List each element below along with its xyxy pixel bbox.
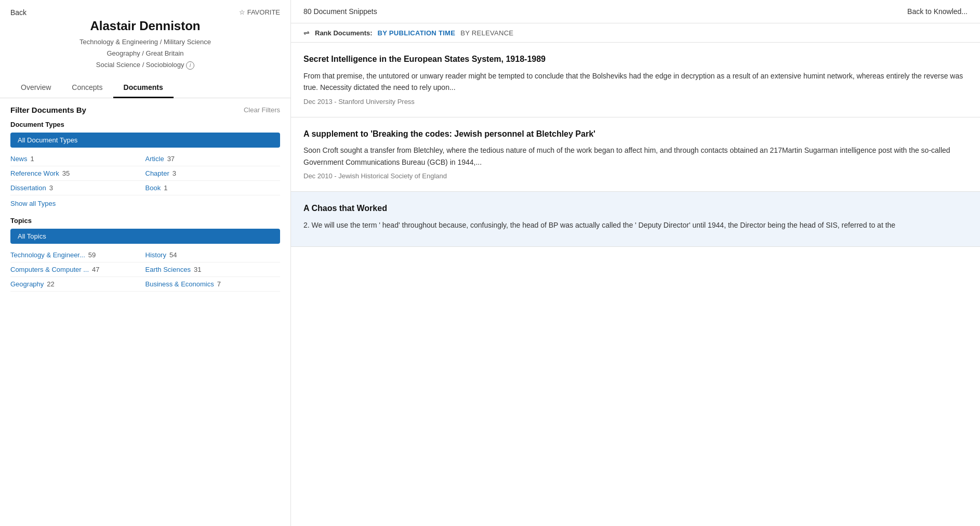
document-types-grid: News 1 Article 37 Reference Work 35 Chap…: [10, 152, 280, 195]
topics-label: Topics: [10, 217, 280, 225]
show-all-types-link[interactable]: Show all Types: [10, 200, 56, 207]
doc-snippet-1: From that premise, the untutored or unwa…: [303, 70, 968, 94]
type-news-link[interactable]: News: [10, 155, 28, 163]
type-chapter: Chapter 3: [145, 166, 281, 181]
type-dissertation: Dissertation 3: [10, 181, 145, 195]
type-book-count: 1: [164, 184, 167, 192]
clear-filters-button[interactable]: Clear Filters: [244, 106, 280, 114]
rank-by-relevance[interactable]: BY RELEVANCE: [460, 29, 513, 37]
type-article-link[interactable]: Article: [145, 155, 164, 163]
topic-history-link[interactable]: History: [145, 251, 166, 259]
doc-meta-1: Dec 2013 - Stanford University Press: [303, 98, 968, 106]
all-document-types-button[interactable]: All Document Types: [10, 133, 280, 148]
type-news: News 1: [10, 152, 145, 166]
doc-title-2[interactable]: A supplement to 'Breaking the codes: Jew…: [303, 129, 968, 140]
entity-name: Alastair Denniston: [10, 19, 280, 33]
topic-tech-count: 59: [88, 251, 96, 259]
type-reference-count: 35: [62, 169, 70, 177]
type-news-count: 1: [31, 155, 34, 163]
tabs-nav: Overview Concepts Documents: [0, 78, 290, 98]
topic-business: Business & Economics 7: [145, 277, 281, 292]
topic-earth-sciences: Earth Sciences 31: [145, 262, 281, 277]
favorite-button[interactable]: ☆ FAVORITE: [239, 8, 280, 16]
tab-documents[interactable]: Documents: [113, 78, 174, 98]
topic-earth-sciences-link[interactable]: Earth Sciences: [145, 266, 191, 273]
document-types-label: Document Types: [10, 121, 280, 128]
filter-icon: ⇌: [303, 29, 310, 37]
type-dissertation-count: 3: [49, 184, 53, 192]
type-reference-work: Reference Work 35: [10, 166, 145, 181]
topic-history-count: 54: [169, 251, 177, 259]
topic-geography-count: 22: [47, 280, 54, 288]
all-topics-button[interactable]: All Topics: [10, 229, 280, 244]
filter-section: Filter Documents By Clear Filters Docume…: [0, 98, 290, 526]
type-dissertation-link[interactable]: Dissertation: [10, 184, 46, 192]
type-article-count: 37: [167, 155, 175, 163]
type-reference-link[interactable]: Reference Work: [10, 169, 59, 177]
rank-label: Rank Documents:: [315, 29, 373, 37]
doc-item-2: A supplement to 'Breaking the codes: Jew…: [291, 117, 980, 192]
type-article: Article 37: [145, 152, 281, 166]
topic-history: History 54: [145, 248, 281, 262]
topic-computers-count: 47: [92, 266, 99, 273]
topics-grid: Technology & Engineer... 59 History 54 C…: [10, 248, 280, 292]
filter-title: Filter Documents By: [10, 106, 86, 114]
topic-computers-link[interactable]: Computers & Computer ...: [10, 266, 89, 273]
doc-title-3[interactable]: A Chaos that Worked: [303, 203, 968, 214]
topic-geography-link[interactable]: Geography: [10, 280, 44, 288]
doc-item-3: A Chaos that Worked 2. We will use the t…: [291, 192, 980, 247]
rank-bar: ⇌ Rank Documents: BY PUBLICATION TIME BY…: [291, 23, 980, 43]
rank-by-pub-time[interactable]: BY PUBLICATION TIME: [378, 29, 456, 37]
doc-snippet-2: Soon Croft sought a transfer from Bletch…: [303, 144, 968, 168]
topic-geography: Geography 22: [10, 277, 145, 292]
topic-earth-sciences-count: 31: [194, 266, 201, 273]
topic-tech: Technology & Engineer... 59: [10, 248, 145, 262]
tab-overview[interactable]: Overview: [10, 78, 61, 98]
topic-business-link[interactable]: Business & Economics: [145, 280, 214, 288]
star-icon: ☆: [239, 8, 245, 16]
type-chapter-count: 3: [173, 169, 176, 177]
type-book: Book 1: [145, 181, 281, 195]
entity-categories: Technology & Engineering / Military Scie…: [10, 36, 280, 71]
doc-item-1: Secret Intelligence in the European Stat…: [291, 43, 980, 117]
doc-title-1[interactable]: Secret Intelligence in the European Stat…: [303, 54, 968, 65]
info-icon[interactable]: i: [186, 61, 194, 70]
doc-meta-2: Dec 2010 - Jewish Historical Society of …: [303, 172, 968, 180]
back-to-knowledge-button[interactable]: Back to Knowled...: [907, 7, 968, 16]
doc-count: 80 Document Snippets: [303, 7, 377, 16]
tab-concepts[interactable]: Concepts: [61, 78, 113, 98]
topic-tech-link[interactable]: Technology & Engineer...: [10, 251, 85, 259]
type-book-link[interactable]: Book: [145, 184, 161, 192]
type-chapter-link[interactable]: Chapter: [145, 169, 169, 177]
right-header: 80 Document Snippets Back to Knowled...: [291, 0, 980, 23]
topic-computers: Computers & Computer ... 47: [10, 262, 145, 277]
doc-snippet-3: 2. We will use the term ' head' througho…: [303, 219, 968, 231]
topic-business-count: 7: [217, 280, 221, 288]
document-list: Secret Intelligence in the European Stat…: [291, 43, 980, 526]
